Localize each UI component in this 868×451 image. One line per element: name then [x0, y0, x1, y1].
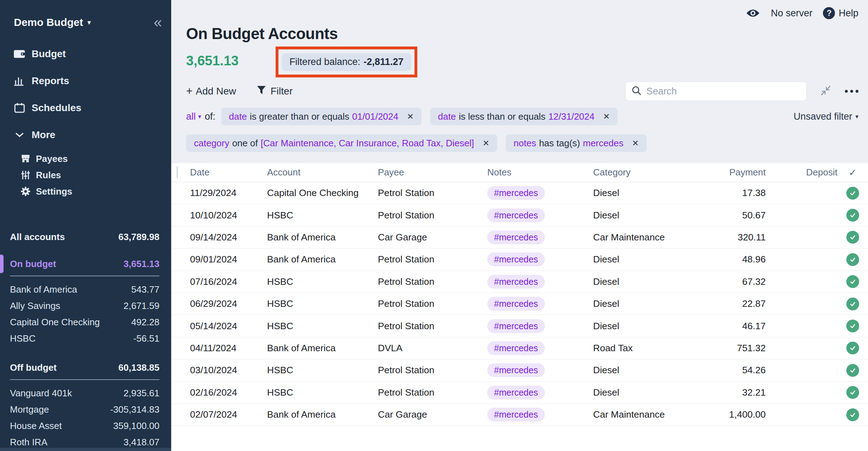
account-row[interactable]: Ally Savings 2,671.59	[0, 298, 171, 314]
category-cell[interactable]: Road Tax	[593, 343, 695, 354]
collapse-transactions-icon[interactable]	[819, 84, 832, 98]
payment-cell[interactable]: 751.32	[695, 343, 766, 354]
account-cell[interactable]: HSBC	[267, 298, 378, 309]
notes-cell[interactable]: #mercedes	[487, 408, 593, 422]
filter-condition-chip[interactable]: notes has tag(s) mercedes ✕	[506, 134, 647, 152]
notes-cell[interactable]: #mercedes	[487, 341, 593, 355]
sidebar-item-settings[interactable]: Settings	[0, 183, 171, 200]
more-menu-icon[interactable]	[845, 90, 858, 93]
payment-cell[interactable]: 1,400.00	[695, 409, 766, 420]
select-all-checkbox[interactable]	[177, 166, 178, 178]
table-row[interactable]: 10/10/2024 HSBC Petrol Station #mercedes…	[171, 204, 868, 226]
category-cell[interactable]: Diesel	[593, 210, 695, 221]
table-row[interactable]: 07/16/2024 HSBC Petrol Station #mercedes…	[171, 271, 868, 293]
sidebar-item-budget[interactable]: Budget	[0, 40, 171, 67]
sidebar-item-payees[interactable]: Payees	[0, 151, 171, 167]
sidebar-item-more[interactable]: More	[0, 121, 171, 148]
notes-cell[interactable]: #mercedes	[487, 186, 593, 200]
remove-condition-icon[interactable]: ✕	[603, 112, 610, 121]
add-new-button[interactable]: + Add New	[186, 85, 236, 98]
table-row[interactable]: 11/29/2024 Capital One Checking Petrol S…	[171, 182, 868, 204]
sidebar-collapse-icon[interactable]: «	[154, 17, 162, 28]
notes-cell[interactable]: #mercedes	[487, 275, 593, 289]
account-cell[interactable]: Bank of America	[267, 232, 378, 243]
account-row[interactable]: Mortgage -305,314.83	[0, 401, 171, 418]
category-cell[interactable]: Diesel	[593, 298, 695, 309]
off-budget-row[interactable]: Off budget 60,138.85	[0, 359, 171, 376]
date-cell[interactable]: 06/29/2024	[190, 298, 267, 309]
payee-cell[interactable]: Petrol Station	[378, 210, 487, 221]
account-cell[interactable]: HSBC	[267, 321, 378, 332]
account-cell[interactable]: HSBC	[267, 210, 378, 221]
table-row[interactable]: 05/14/2024 HSBC Petrol Station #mercedes…	[171, 315, 868, 337]
category-cell[interactable]: Diesel	[593, 188, 695, 199]
payment-cell[interactable]: 22.87	[695, 298, 766, 309]
account-row[interactable]: Bank of America 543.77	[0, 281, 171, 298]
filter-condition-chip[interactable]: date is greater than or equals 01/01/202…	[221, 108, 422, 125]
date-cell[interactable]: 05/14/2024	[190, 321, 267, 332]
payee-cell[interactable]: Petrol Station	[378, 254, 487, 265]
payment-cell[interactable]: 17.38	[695, 188, 766, 199]
cleared-check-icon[interactable]	[846, 320, 859, 332]
account-cell[interactable]: Bank of America	[267, 409, 378, 420]
date-cell[interactable]: 11/29/2024	[190, 188, 267, 199]
payment-cell[interactable]: 320.11	[695, 232, 766, 243]
cleared-check-icon[interactable]	[846, 187, 859, 200]
table-row[interactable]: 04/11/2024 Bank of America DVLA #mercede…	[171, 337, 868, 359]
remove-condition-icon[interactable]: ✕	[407, 112, 414, 121]
date-cell[interactable]: 10/10/2024	[190, 210, 267, 221]
table-row[interactable]: 03/10/2024 HSBC Petrol Station #mercedes…	[171, 359, 868, 381]
notes-cell[interactable]: #mercedes	[487, 386, 593, 400]
payment-cell[interactable]: 32.21	[695, 387, 766, 398]
table-row[interactable]: 09/01/2024 Bank of America Petrol Statio…	[171, 249, 868, 271]
category-cell[interactable]: Car Maintenance	[593, 409, 695, 420]
account-row[interactable]: HSBC -56.51	[0, 330, 171, 347]
sidebar-item-schedules[interactable]: Schedules	[0, 94, 171, 121]
account-cell[interactable]: HSBC	[267, 365, 378, 376]
privacy-eye-icon[interactable]	[746, 8, 760, 18]
payee-cell[interactable]: DVLA	[378, 343, 487, 354]
cleared-check-icon[interactable]	[846, 253, 859, 266]
date-cell[interactable]: 09/14/2024	[190, 232, 267, 243]
all-accounts-row[interactable]: All accounts 63,789.98	[0, 229, 171, 245]
payee-cell[interactable]: Petrol Station	[378, 387, 487, 398]
search-box[interactable]	[625, 82, 807, 101]
server-status[interactable]: No server	[771, 8, 812, 19]
payee-cell[interactable]: Petrol Station	[378, 321, 487, 332]
sidebar-item-rules[interactable]: Rules	[0, 167, 171, 183]
filter-condition-chip[interactable]: date is less than or equals 12/31/2024 ✕	[430, 108, 618, 125]
budget-switcher[interactable]: Demo Budget ▾ «	[14, 16, 162, 28]
cleared-check-icon[interactable]	[846, 209, 859, 222]
cleared-check-icon[interactable]	[846, 342, 859, 354]
date-cell[interactable]: 09/01/2024	[190, 254, 267, 265]
account-cell[interactable]: HSBC	[267, 276, 378, 287]
date-cell[interactable]: 04/11/2024	[190, 343, 267, 354]
cleared-check-icon[interactable]	[846, 231, 859, 244]
category-cell[interactable]: Diesel	[593, 387, 695, 398]
account-row[interactable]: House Asset 359,100.00	[0, 418, 171, 434]
table-row[interactable]: 02/07/2024 Bank of America Car Garage #m…	[171, 404, 868, 426]
notes-cell[interactable]: #mercedes	[487, 363, 593, 377]
payment-cell[interactable]: 50.67	[695, 210, 766, 221]
cleared-check-icon[interactable]	[846, 298, 859, 310]
category-cell[interactable]: Diesel	[593, 365, 695, 376]
payment-cell[interactable]: 67.32	[695, 276, 766, 287]
category-cell[interactable]: Diesel	[593, 276, 695, 287]
table-row[interactable]: 02/16/2024 HSBC Petrol Station #mercedes…	[171, 382, 868, 404]
date-cell[interactable]: 07/16/2024	[190, 276, 267, 287]
notes-cell[interactable]: #mercedes	[487, 252, 593, 266]
table-row[interactable]: 09/14/2024 Bank of America Car Garage #m…	[171, 227, 868, 249]
table-row[interactable]: 06/29/2024 HSBC Petrol Station #mercedes…	[171, 293, 868, 315]
payee-cell[interactable]: Petrol Station	[378, 276, 487, 287]
account-row[interactable]: Capital One Checking 492.28	[0, 314, 171, 330]
payee-cell[interactable]: Petrol Station	[378, 188, 487, 199]
payee-cell[interactable]: Car Garage	[378, 409, 487, 420]
date-cell[interactable]: 02/16/2024	[190, 387, 267, 398]
remove-condition-icon[interactable]: ✕	[632, 138, 639, 148]
remove-condition-icon[interactable]: ✕	[483, 138, 489, 148]
date-cell[interactable]: 02/07/2024	[190, 409, 267, 420]
category-cell[interactable]: Car Maintenance	[593, 232, 695, 243]
help-button[interactable]: ? Help	[823, 7, 858, 19]
cleared-check-icon[interactable]	[846, 275, 859, 288]
on-budget-row[interactable]: On budget 3,651.13	[0, 256, 171, 272]
